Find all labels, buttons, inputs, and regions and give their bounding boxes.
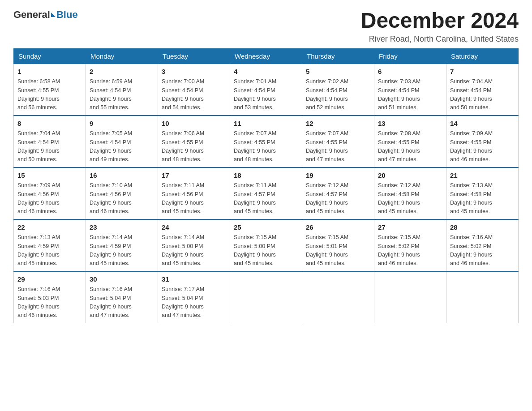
day-number: 17	[162, 171, 226, 181]
calendar-cell: 9Sunrise: 7:05 AMSunset: 4:54 PMDaylight…	[86, 116, 158, 167]
week-row-2: 8Sunrise: 7:04 AMSunset: 4:54 PMDaylight…	[14, 116, 519, 167]
day-info: Sunrise: 7:16 AMSunset: 5:02 PMDaylight:…	[450, 233, 515, 268]
day-number: 24	[162, 223, 226, 233]
week-row-4: 22Sunrise: 7:13 AMSunset: 4:59 PMDayligh…	[14, 219, 519, 271]
calendar-cell: 6Sunrise: 7:03 AMSunset: 4:54 PMDaylight…	[374, 64, 446, 116]
day-info: Sunrise: 7:15 AMSunset: 5:02 PMDaylight:…	[378, 233, 442, 268]
day-number: 27	[378, 223, 442, 233]
calendar-table: SundayMondayTuesdayWednesdayThursdayFrid…	[13, 48, 519, 323]
calendar-cell: 15Sunrise: 7:09 AMSunset: 4:56 PMDayligh…	[14, 167, 86, 219]
day-number: 8	[17, 119, 82, 129]
day-number: 12	[306, 119, 370, 129]
day-info: Sunrise: 7:15 AMSunset: 5:01 PMDaylight:…	[306, 233, 370, 268]
header-thursday: Thursday	[302, 48, 374, 64]
day-info: Sunrise: 7:12 AMSunset: 4:57 PMDaylight:…	[306, 181, 370, 216]
calendar-cell	[302, 271, 374, 323]
day-info: Sunrise: 7:14 AMSunset: 4:59 PMDaylight:…	[90, 233, 154, 268]
day-number: 4	[234, 67, 298, 77]
day-number: 20	[378, 171, 442, 181]
calendar-cell: 10Sunrise: 7:06 AMSunset: 4:55 PMDayligh…	[158, 116, 230, 167]
day-number: 16	[90, 171, 154, 181]
calendar-cell: 19Sunrise: 7:12 AMSunset: 4:57 PMDayligh…	[302, 167, 374, 219]
day-info: Sunrise: 7:14 AMSunset: 5:00 PMDaylight:…	[162, 233, 226, 268]
calendar-cell: 2Sunrise: 6:59 AMSunset: 4:54 PMDaylight…	[86, 64, 158, 116]
calendar-cell: 27Sunrise: 7:15 AMSunset: 5:02 PMDayligh…	[374, 219, 446, 271]
day-info: Sunrise: 7:01 AMSunset: 4:54 PMDaylight:…	[234, 77, 298, 112]
header-friday: Friday	[374, 48, 446, 64]
day-info: Sunrise: 7:06 AMSunset: 4:55 PMDaylight:…	[162, 129, 226, 164]
week-row-3: 15Sunrise: 7:09 AMSunset: 4:56 PMDayligh…	[14, 167, 519, 219]
calendar-cell: 4Sunrise: 7:01 AMSunset: 4:54 PMDaylight…	[230, 64, 302, 116]
calendar-cell: 30Sunrise: 7:16 AMSunset: 5:04 PMDayligh…	[86, 271, 158, 323]
day-number: 15	[17, 171, 82, 181]
page-header: General Blue December 2024 River Road, N…	[13, 9, 519, 44]
location-title: River Road, North Carolina, United State…	[361, 34, 519, 44]
day-info: Sunrise: 7:13 AMSunset: 4:59 PMDaylight:…	[17, 233, 82, 268]
calendar-cell: 26Sunrise: 7:15 AMSunset: 5:01 PMDayligh…	[302, 219, 374, 271]
day-info: Sunrise: 7:09 AMSunset: 4:56 PMDaylight:…	[17, 181, 82, 216]
day-info: Sunrise: 7:04 AMSunset: 4:54 PMDaylight:…	[17, 129, 82, 164]
day-info: Sunrise: 7:11 AMSunset: 4:57 PMDaylight:…	[234, 181, 298, 216]
day-number: 6	[378, 67, 442, 77]
day-info: Sunrise: 7:11 AMSunset: 4:56 PMDaylight:…	[162, 181, 226, 216]
logo-arrow-icon	[51, 13, 56, 17]
day-info: Sunrise: 7:16 AMSunset: 5:03 PMDaylight:…	[17, 285, 82, 320]
logo: General Blue	[13, 9, 78, 21]
calendar-cell	[374, 271, 446, 323]
header-saturday: Saturday	[446, 48, 519, 64]
title-area: December 2024 River Road, North Carolina…	[361, 9, 519, 44]
calendar-cell: 29Sunrise: 7:16 AMSunset: 5:03 PMDayligh…	[14, 271, 86, 323]
day-info: Sunrise: 7:02 AMSunset: 4:54 PMDaylight:…	[306, 77, 370, 112]
day-number: 13	[378, 119, 442, 129]
calendar-cell: 14Sunrise: 7:09 AMSunset: 4:55 PMDayligh…	[446, 116, 519, 167]
day-number: 28	[450, 223, 515, 233]
day-info: Sunrise: 7:12 AMSunset: 4:58 PMDaylight:…	[378, 181, 442, 216]
logo-blue-text: Blue	[56, 9, 78, 21]
day-info: Sunrise: 7:04 AMSunset: 4:54 PMDaylight:…	[450, 77, 515, 112]
logo-general-text: General	[13, 9, 50, 21]
day-number: 30	[90, 274, 154, 285]
day-number: 18	[234, 171, 298, 181]
day-number: 10	[162, 119, 226, 129]
day-number: 25	[234, 223, 298, 233]
header-sunday: Sunday	[14, 48, 86, 64]
day-info: Sunrise: 7:00 AMSunset: 4:54 PMDaylight:…	[162, 77, 226, 112]
day-info: Sunrise: 7:15 AMSunset: 5:00 PMDaylight:…	[234, 233, 298, 268]
day-info: Sunrise: 7:17 AMSunset: 5:04 PMDaylight:…	[162, 285, 226, 320]
calendar-cell: 21Sunrise: 7:13 AMSunset: 4:58 PMDayligh…	[446, 167, 519, 219]
day-number: 1	[17, 67, 82, 77]
day-number: 31	[162, 274, 226, 285]
day-info: Sunrise: 7:10 AMSunset: 4:56 PMDaylight:…	[90, 181, 154, 216]
calendar-cell: 12Sunrise: 7:07 AMSunset: 4:55 PMDayligh…	[302, 116, 374, 167]
calendar-cell: 17Sunrise: 7:11 AMSunset: 4:56 PMDayligh…	[158, 167, 230, 219]
header-wednesday: Wednesday	[230, 48, 302, 64]
calendar-cell: 11Sunrise: 7:07 AMSunset: 4:55 PMDayligh…	[230, 116, 302, 167]
calendar-cell: 20Sunrise: 7:12 AMSunset: 4:58 PMDayligh…	[374, 167, 446, 219]
day-info: Sunrise: 6:59 AMSunset: 4:54 PMDaylight:…	[90, 77, 154, 112]
calendar-cell: 1Sunrise: 6:58 AMSunset: 4:55 PMDaylight…	[14, 64, 86, 116]
month-title: December 2024	[361, 9, 519, 33]
week-row-5: 29Sunrise: 7:16 AMSunset: 5:03 PMDayligh…	[14, 271, 519, 323]
day-info: Sunrise: 6:58 AMSunset: 4:55 PMDaylight:…	[17, 77, 82, 112]
day-info: Sunrise: 7:09 AMSunset: 4:55 PMDaylight:…	[450, 129, 515, 164]
day-info: Sunrise: 7:07 AMSunset: 4:55 PMDaylight:…	[234, 129, 298, 164]
calendar-cell: 8Sunrise: 7:04 AMSunset: 4:54 PMDaylight…	[14, 116, 86, 167]
day-info: Sunrise: 7:16 AMSunset: 5:04 PMDaylight:…	[90, 285, 154, 320]
header-monday: Monday	[86, 48, 158, 64]
day-info: Sunrise: 7:05 AMSunset: 4:54 PMDaylight:…	[90, 129, 154, 164]
day-number: 26	[306, 223, 370, 233]
day-info: Sunrise: 7:07 AMSunset: 4:55 PMDaylight:…	[306, 129, 370, 164]
day-number: 11	[234, 119, 298, 129]
day-number: 22	[17, 223, 82, 233]
calendar-cell	[446, 271, 519, 323]
calendar-cell: 24Sunrise: 7:14 AMSunset: 5:00 PMDayligh…	[158, 219, 230, 271]
day-number: 3	[162, 67, 226, 77]
day-info: Sunrise: 7:03 AMSunset: 4:54 PMDaylight:…	[378, 77, 442, 112]
day-number: 5	[306, 67, 370, 77]
calendar-cell: 16Sunrise: 7:10 AMSunset: 4:56 PMDayligh…	[86, 167, 158, 219]
day-number: 2	[90, 67, 154, 77]
calendar-cell	[230, 271, 302, 323]
day-info: Sunrise: 7:08 AMSunset: 4:55 PMDaylight:…	[378, 129, 442, 164]
calendar-cell: 18Sunrise: 7:11 AMSunset: 4:57 PMDayligh…	[230, 167, 302, 219]
calendar-cell: 5Sunrise: 7:02 AMSunset: 4:54 PMDaylight…	[302, 64, 374, 116]
